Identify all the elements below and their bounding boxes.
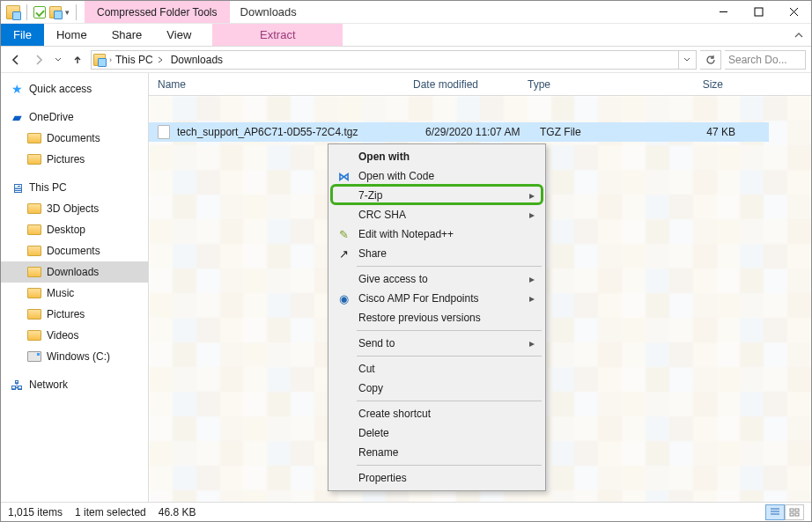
tree-item[interactable]: ▰OneDrive <box>1 107 148 128</box>
menu-item[interactable]: CRC SHA▸ <box>330 205 543 224</box>
tree-item-label: Documents <box>47 245 100 257</box>
tree-item-label: Downloads <box>47 266 99 278</box>
submenu-arrow-icon: ▸ <box>529 292 535 305</box>
breadcrumb-item[interactable]: Downloads <box>167 54 226 66</box>
maximize-button[interactable] <box>741 1 776 23</box>
context-menu: Open with⋈Open with Code7-Zip▸CRC SHA▸✎E… <box>328 143 546 491</box>
amp-icon: ◉ <box>336 290 351 306</box>
menu-separator <box>357 356 542 357</box>
menu-item-label: Cisco AMP For Endpoints <box>358 292 479 305</box>
menu-item[interactable]: 7-Zip▸ <box>330 186 543 205</box>
menu-item[interactable]: ✎Edit with Notepad++ <box>330 224 543 244</box>
breadcrumb-dropdown-icon[interactable] <box>678 51 694 69</box>
folder-icon <box>27 244 41 258</box>
folder-icon <box>27 131 41 145</box>
menu-item[interactable]: Create shortcut <box>330 404 543 423</box>
menu-item[interactable]: ◉Cisco AMP For Endpoints▸ <box>330 289 543 308</box>
tree-item[interactable]: ★Quick access <box>1 78 148 99</box>
svg-rect-4 <box>795 513 799 516</box>
menu-item-label: Delete <box>358 427 389 439</box>
notepadpp-icon: ✎ <box>336 226 351 242</box>
menu-item-label: Give access to <box>358 273 428 285</box>
search-input[interactable]: Search Do... <box>725 50 806 70</box>
tree-item[interactable]: Windows (C:) <box>1 346 148 367</box>
column-headers[interactable]: Name Date modified Type Size <box>149 73 811 96</box>
divider <box>26 4 27 20</box>
tree-item[interactable]: Pictures <box>1 149 148 170</box>
tree-item-label: 3D Objects <box>47 202 99 215</box>
new-folder-icon[interactable] <box>49 6 62 18</box>
menu-separator <box>357 465 542 466</box>
forward-button[interactable] <box>29 50 48 70</box>
tab-file[interactable]: File <box>1 24 44 46</box>
menu-item-label: Create shortcut <box>358 408 431 420</box>
navigation-tree[interactable]: ★Quick access▰OneDriveDocumentsPictures🖥… <box>1 73 149 502</box>
back-button[interactable] <box>6 50 26 70</box>
menu-item[interactable]: Delete <box>330 423 543 443</box>
menu-item[interactable]: Restore previous versions <box>330 308 543 327</box>
collapse-ribbon-icon[interactable] <box>786 24 811 46</box>
menu-item[interactable]: Properties <box>330 468 543 488</box>
status-size: 46.8 KB <box>159 506 196 518</box>
tree-item[interactable]: 3D Objects <box>1 198 148 219</box>
title-bar: ▾ Compressed Folder Tools Downloads <box>1 1 811 24</box>
menu-item[interactable]: Copy <box>330 379 543 398</box>
col-type[interactable]: Type <box>528 78 642 91</box>
tree-item-label: Documents <box>47 132 100 144</box>
svg-rect-2 <box>795 509 799 511</box>
refresh-button[interactable] <box>700 50 721 70</box>
view-thumbnails-button[interactable] <box>785 504 804 520</box>
menu-item[interactable]: Rename <box>330 443 543 462</box>
minimize-button[interactable] <box>705 1 741 23</box>
tree-item-label: Network <box>29 379 68 391</box>
menu-item-label: Edit with Notepad++ <box>358 228 454 240</box>
menu-separator <box>357 266 542 267</box>
tree-item[interactable]: 🖥This PC <box>1 177 148 198</box>
menu-item-label: Open with <box>358 151 410 163</box>
col-name[interactable]: Name <box>158 78 413 91</box>
tree-item[interactable]: 🖧Network <box>1 374 148 395</box>
tab-extract[interactable]: Extract <box>212 24 343 46</box>
menu-item-label: Copy <box>358 382 383 394</box>
menu-item[interactable]: Cut <box>330 359 543 379</box>
menu-item[interactable]: ⋈Open with Code <box>330 166 543 186</box>
tree-item[interactable]: Documents <box>1 128 148 149</box>
navigation-bar: › This PC Downloads Search Do... <box>1 47 811 73</box>
file-name: tech_support_AP6C71-0D55-72C4.tgz <box>177 126 425 138</box>
tree-item[interactable]: Pictures <box>1 304 148 325</box>
file-row[interactable]: tech_support_AP6C71-0D55-72C4.tgz 6/29/2… <box>149 122 769 142</box>
menu-item[interactable]: Open with <box>330 147 543 166</box>
recent-locations-button[interactable] <box>52 50 64 70</box>
tree-item-label: Windows (C:) <box>47 350 110 363</box>
ribbon-tabs: File Home Share View Extract <box>1 24 811 47</box>
tab-view[interactable]: View <box>154 24 203 46</box>
submenu-arrow-icon: ▸ <box>529 189 535 202</box>
folder-icon <box>27 328 41 342</box>
menu-item[interactable]: ↗Share <box>330 244 543 263</box>
tab-home[interactable]: Home <box>44 24 100 46</box>
view-details-button[interactable] <box>765 504 785 520</box>
tree-item[interactable]: Documents <box>1 240 148 261</box>
col-date[interactable]: Date modified <box>413 78 528 91</box>
menu-item[interactable]: Send to▸ <box>330 334 543 353</box>
tree-item-label: Music <box>47 287 74 299</box>
col-size[interactable]: Size <box>642 78 739 91</box>
file-list: Name Date modified Type Size tech_suppor… <box>149 73 811 502</box>
breadcrumb-item[interactable]: This PC <box>112 54 167 66</box>
tree-item[interactable]: Downloads <box>1 261 148 283</box>
tab-share[interactable]: Share <box>100 24 155 46</box>
breadcrumb[interactable]: › This PC Downloads <box>91 50 697 70</box>
close-button[interactable] <box>776 1 811 23</box>
cloud-icon: ▰ <box>10 110 24 124</box>
menu-item-label: Open with Code <box>358 170 434 182</box>
tree-item[interactable]: Desktop <box>1 219 148 240</box>
folder-icon <box>27 152 41 166</box>
properties-icon[interactable] <box>33 6 46 18</box>
tree-item[interactable]: Music <box>1 283 148 304</box>
drive-icon <box>27 349 41 364</box>
tree-item[interactable]: Videos <box>1 325 148 346</box>
menu-item[interactable]: Give access to▸ <box>330 269 543 289</box>
up-button[interactable] <box>68 50 87 70</box>
qat-dropdown-icon[interactable]: ▾ <box>65 8 70 17</box>
share-icon: ↗ <box>336 246 351 261</box>
